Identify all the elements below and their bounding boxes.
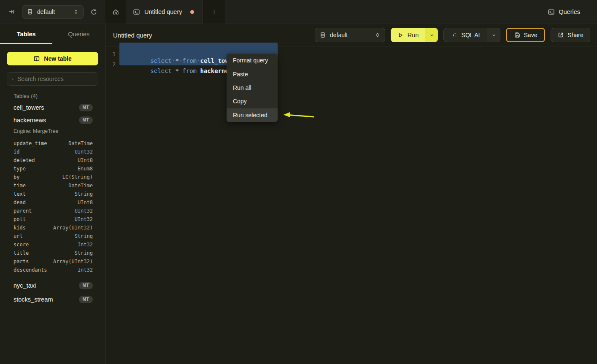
database-icon bbox=[319, 32, 326, 38]
table-row-nyc-taxi[interactable]: nyc_taxi MT bbox=[14, 279, 93, 292]
column-row[interactable]: kids Array(UInt32) bbox=[14, 224, 93, 232]
sql-ai-button[interactable]: SQL AI bbox=[444, 28, 487, 42]
share-icon bbox=[557, 32, 564, 38]
sql-ai-split-button: SQL AI bbox=[443, 28, 500, 42]
column-row[interactable]: title String bbox=[14, 249, 93, 257]
active-tab-underline bbox=[0, 43, 52, 44]
context-menu-item[interactable]: Format query bbox=[227, 54, 278, 67]
context-menu-item[interactable]: Copy bbox=[227, 94, 278, 108]
top-bar: default Untitl bbox=[0, 0, 597, 24]
queries-terminal-icon bbox=[548, 8, 555, 16]
column-row[interactable]: id UInt32 bbox=[14, 148, 93, 156]
new-tab-button[interactable] bbox=[203, 0, 225, 24]
tab-untitled-query[interactable]: Untitled query bbox=[126, 0, 203, 24]
chevron-down-icon bbox=[491, 32, 497, 38]
column-name: time bbox=[14, 183, 26, 189]
sidebar-tab-tables[interactable]: Tables bbox=[0, 24, 53, 44]
share-button-label: Share bbox=[567, 32, 583, 38]
column-type: UInt8 bbox=[78, 157, 93, 163]
column-row[interactable]: deleted UInt8 bbox=[14, 156, 93, 164]
sparkles-icon bbox=[451, 32, 458, 38]
home-icon bbox=[112, 8, 119, 16]
column-row[interactable]: parent UInt32 bbox=[14, 207, 93, 215]
column-row[interactable]: poll UInt32 bbox=[14, 215, 93, 224]
column-row[interactable]: text String bbox=[14, 190, 93, 198]
sidebar-tab-queries[interactable]: Queries bbox=[53, 24, 105, 44]
toolbar-database-selector[interactable]: default bbox=[315, 28, 385, 42]
context-menu-item[interactable]: Paste bbox=[227, 67, 278, 81]
page-title: Untitled query bbox=[113, 32, 152, 39]
chevron-down-icon bbox=[429, 32, 435, 38]
home-button[interactable] bbox=[105, 0, 126, 24]
table-name: hackernews bbox=[14, 117, 46, 124]
engine-badge: MT bbox=[79, 282, 93, 289]
main-panel: Untitled query default bbox=[105, 24, 597, 364]
column-row[interactable]: score Int32 bbox=[14, 240, 93, 249]
queries-button[interactable]: Queries bbox=[545, 5, 583, 19]
topbar-left: default bbox=[0, 0, 105, 24]
run-options-button[interactable] bbox=[425, 28, 438, 42]
code-token: * bbox=[175, 67, 178, 74]
table-row-hackernews[interactable]: hackernews MT bbox=[14, 114, 93, 127]
tab-strip: Untitled query bbox=[105, 0, 225, 24]
column-row[interactable]: descendants Int32 bbox=[14, 266, 93, 274]
column-name: id bbox=[14, 149, 19, 155]
column-row[interactable]: time DateTime bbox=[14, 181, 93, 190]
search-icon bbox=[11, 76, 14, 82]
collapse-sidebar-button[interactable] bbox=[7, 7, 17, 17]
column-row[interactable]: dead UInt8 bbox=[14, 198, 93, 207]
topbar-spacer bbox=[225, 0, 545, 24]
column-row[interactable]: type Enum8 bbox=[14, 164, 93, 173]
annotation-arrow bbox=[282, 111, 316, 119]
column-type: Array(UInt32) bbox=[53, 259, 93, 264]
database-selector[interactable]: default bbox=[22, 5, 84, 19]
table-name: stocks_stream bbox=[14, 296, 53, 303]
column-type: UInt32 bbox=[75, 216, 93, 222]
column-name: parent bbox=[14, 208, 32, 214]
column-name: type bbox=[14, 166, 26, 172]
column-type: DateTime bbox=[68, 183, 93, 189]
column-name: text bbox=[14, 191, 26, 197]
save-button[interactable]: Save bbox=[506, 28, 545, 42]
column-type: UInt32 bbox=[75, 149, 93, 155]
new-table-label: New table bbox=[44, 55, 71, 62]
sql-editor[interactable]: 1 select·*·from·cell_towers·limit·100 2 … bbox=[105, 46, 597, 69]
table-row-cell-towers[interactable]: cell_towers MT bbox=[14, 101, 93, 114]
column-type: LC(String) bbox=[62, 174, 93, 180]
column-type: DateTime bbox=[68, 140, 93, 146]
column-type: String bbox=[75, 250, 93, 256]
column-name: descendants bbox=[14, 267, 47, 273]
table-name: nyc_taxi bbox=[14, 282, 36, 289]
column-name: score bbox=[14, 242, 29, 248]
column-type: UInt32 bbox=[75, 208, 93, 214]
tables-section-label: Tables (4) bbox=[14, 93, 98, 99]
terminal-icon bbox=[133, 8, 140, 16]
chevron-updown-icon bbox=[73, 8, 79, 15]
table-row-stocks-stream[interactable]: stocks_stream MT bbox=[14, 293, 93, 306]
query-toolbar: default Run bbox=[315, 28, 590, 42]
refresh-button[interactable] bbox=[89, 7, 99, 17]
search-input[interactable] bbox=[17, 75, 94, 82]
column-type: Enum8 bbox=[78, 166, 93, 172]
context-menu-item[interactable]: Run selected bbox=[227, 108, 278, 122]
table-grid-icon bbox=[33, 55, 40, 62]
column-row[interactable]: parts Array(UInt32) bbox=[14, 257, 93, 266]
share-button[interactable]: Share bbox=[551, 28, 590, 42]
column-type: Int32 bbox=[78, 267, 93, 273]
refresh-icon bbox=[90, 8, 97, 16]
column-row[interactable]: url String bbox=[14, 232, 93, 240]
search-box bbox=[7, 72, 98, 86]
column-row[interactable]: by LC(String) bbox=[14, 173, 93, 181]
editor-line-2[interactable]: 2 select * from hackernews limit bbox=[105, 59, 597, 69]
column-row[interactable]: update_time DateTime bbox=[14, 139, 93, 148]
sidebar-tabs: Tables Queries bbox=[0, 24, 105, 44]
sql-ai-options-button[interactable] bbox=[487, 28, 500, 42]
run-split-button: Run bbox=[391, 28, 438, 42]
column-name: by bbox=[14, 174, 19, 180]
column-type: Int32 bbox=[78, 242, 93, 248]
table-name: cell_towers bbox=[14, 104, 44, 111]
new-table-button[interactable]: New table bbox=[7, 52, 98, 65]
column-name: url bbox=[14, 233, 23, 239]
context-menu-item[interactable]: Run all bbox=[227, 81, 278, 94]
run-button[interactable]: Run bbox=[391, 28, 425, 42]
